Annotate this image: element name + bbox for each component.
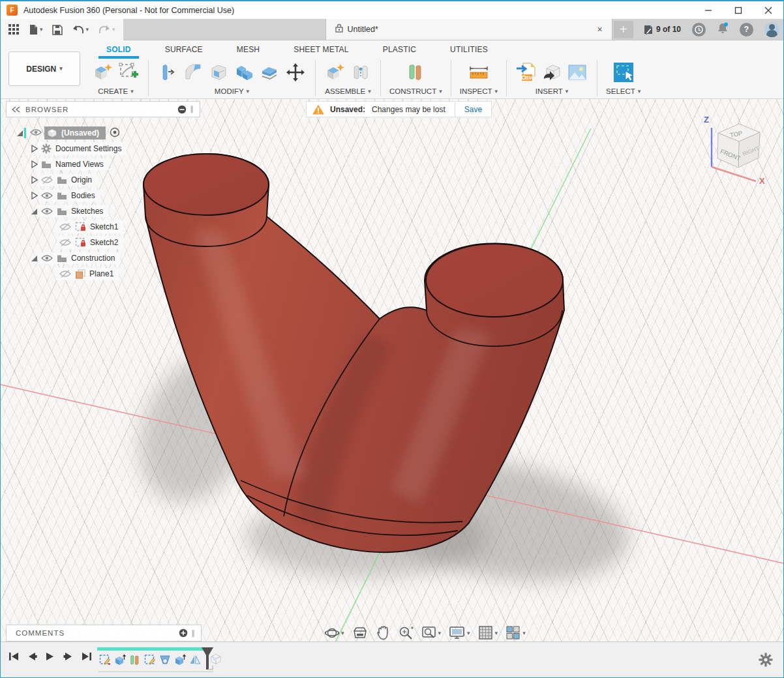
timeline-feature-suppressed[interactable] [209, 652, 222, 669]
root-document-chip[interactable]: (Unsaved) [44, 126, 106, 140]
user-avatar[interactable] [764, 22, 779, 37]
create-menu[interactable]: CREATE▾ [98, 87, 133, 95]
new-component-icon[interactable] [324, 61, 346, 83]
eye-icon[interactable] [41, 207, 53, 215]
timeline-feature-plane[interactable] [128, 652, 141, 668]
construct-menu[interactable]: CONSTRUCT▾ [389, 87, 442, 95]
browser-item-document-settings[interactable]: Document Settings [6, 141, 200, 156]
select-icon[interactable] [612, 61, 635, 83]
tab-utilities[interactable]: UTILITIES [433, 42, 505, 59]
workspace-selector[interactable]: DESIGN ▾ [8, 52, 80, 86]
expander-icon[interactable] [29, 207, 38, 216]
tab-surface[interactable]: SURFACE [148, 42, 220, 59]
job-status-icon[interactable] [692, 23, 706, 37]
undo-button[interactable]: ▾ [69, 23, 92, 37]
grid-snap-button[interactable]: ▾ [477, 624, 500, 642]
notifications-icon[interactable] [717, 22, 729, 37]
eye-off-icon[interactable] [59, 239, 71, 246]
expander-icon[interactable] [29, 254, 38, 263]
zoom-button[interactable] [397, 624, 415, 642]
select-menu[interactable]: SELECT▾ [606, 87, 641, 95]
insert-canvas-icon[interactable] [566, 61, 588, 83]
browser-header[interactable]: BROWSER ∥ [6, 101, 200, 117]
timeline-track[interactable] [97, 647, 744, 673]
help-icon[interactable]: ? [740, 23, 753, 37]
expander-icon[interactable] [29, 175, 38, 184]
add-comment-icon[interactable] [179, 628, 188, 638]
new-tab-button[interactable]: + [614, 21, 633, 38]
timeline-feature-sketch2[interactable] [143, 652, 156, 668]
save-link[interactable]: Save [455, 102, 491, 117]
browser-item-root[interactable]: (Unsaved) [6, 125, 200, 141]
view-cube[interactable]: Z X TOP FRONT RIGHT [696, 107, 777, 189]
browser-item-sketch1[interactable]: Sketch1 [6, 219, 200, 235]
go-to-start-button[interactable] [8, 651, 19, 662]
play-button[interactable] [45, 651, 55, 662]
modify-menu[interactable]: MODIFY▾ [215, 87, 249, 95]
fillet-icon[interactable] [183, 61, 205, 83]
browser-item-sketch2[interactable]: Sketch2 [6, 235, 200, 250]
activate-component-radio[interactable] [110, 127, 120, 140]
browser-item-bodies[interactable]: Bodies [6, 188, 200, 203]
move-icon[interactable] [284, 61, 307, 83]
combine-icon[interactable] [234, 61, 256, 83]
pan-button[interactable] [374, 624, 391, 642]
viewports-button[interactable]: ▾ [504, 624, 527, 642]
press-pull-icon[interactable] [157, 61, 179, 83]
construction-plane-icon[interactable] [404, 61, 427, 83]
eye-icon[interactable] [41, 192, 53, 199]
save-button[interactable] [50, 23, 65, 37]
timeline-feature-loft[interactable] [158, 652, 171, 668]
inspect-menu[interactable]: INSPECT▾ [460, 87, 498, 95]
eye-off-icon[interactable] [59, 223, 71, 231]
expander-icon[interactable] [15, 129, 24, 138]
step-back-button[interactable] [27, 651, 37, 662]
expander-icon[interactable] [29, 144, 38, 153]
step-forward-button[interactable] [63, 651, 74, 662]
look-at-button[interactable] [351, 625, 369, 641]
orbit-button[interactable]: ▾ [323, 624, 346, 642]
timeline-feature-mirror[interactable] [188, 652, 201, 668]
maximize-button[interactable] [723, 1, 753, 19]
tab-mesh[interactable]: MESH [220, 42, 277, 59]
tab-close-icon[interactable]: × [594, 24, 605, 35]
insert-menu[interactable]: INSERT▾ [535, 87, 569, 95]
app-grid-icon[interactable] [6, 22, 22, 37]
browser-item-origin[interactable]: Origin [6, 172, 200, 188]
tab-sheet-metal[interactable]: SHEET METAL [277, 42, 365, 59]
eye-off-icon[interactable] [59, 270, 71, 278]
hide-panel-icon[interactable] [177, 105, 187, 114]
browser-item-plane1[interactable]: Plane1 [6, 266, 200, 282]
display-settings-button[interactable]: ▾ [447, 624, 472, 642]
timeline-feature-sketch1[interactable] [98, 652, 111, 668]
new-body-icon[interactable] [92, 61, 114, 83]
shell-icon[interactable] [208, 61, 230, 83]
3d-viewport[interactable]: Z X TOP FRONT RIGHT BROWSER ∥ [1, 99, 783, 643]
timeline-settings-gear-icon[interactable] [759, 653, 773, 670]
insert-svg-icon[interactable]: SVG [515, 61, 537, 83]
version-badge[interactable]: 9 of 10 [643, 24, 681, 35]
timeline-feature-extrude2[interactable] [173, 652, 186, 668]
close-button[interactable] [753, 1, 783, 19]
redo-button[interactable]: ▾ [95, 23, 118, 37]
insert-derive-icon[interactable] [541, 61, 563, 83]
create-sketch-icon[interactable] [117, 61, 140, 83]
tab-solid[interactable]: SOLID [89, 42, 148, 59]
eye-off-icon[interactable] [41, 176, 53, 184]
expander-icon[interactable] [29, 160, 38, 169]
joint-icon[interactable] [350, 61, 372, 83]
go-to-end-button[interactable] [82, 651, 92, 662]
document-tab[interactable]: Untitled* × [325, 19, 612, 40]
panel-grip[interactable]: ∥ [192, 629, 196, 638]
visibility-eye-icon[interactable] [30, 128, 42, 138]
collapse-panel-icon[interactable] [12, 106, 20, 113]
browser-item-named-views[interactable]: Named Views [6, 156, 200, 172]
browser-item-construction[interactable]: Construction [6, 250, 200, 266]
fit-button[interactable]: ▾ [420, 624, 443, 642]
tab-plastic[interactable]: PLASTIC [366, 42, 433, 59]
panel-grip[interactable]: ∥ [190, 105, 195, 113]
measure-icon[interactable] [468, 61, 490, 83]
timeline-feature-extrude1[interactable] [113, 652, 126, 668]
offset-face-icon[interactable] [259, 61, 281, 83]
browser-item-sketches[interactable]: Sketches [6, 203, 200, 219]
